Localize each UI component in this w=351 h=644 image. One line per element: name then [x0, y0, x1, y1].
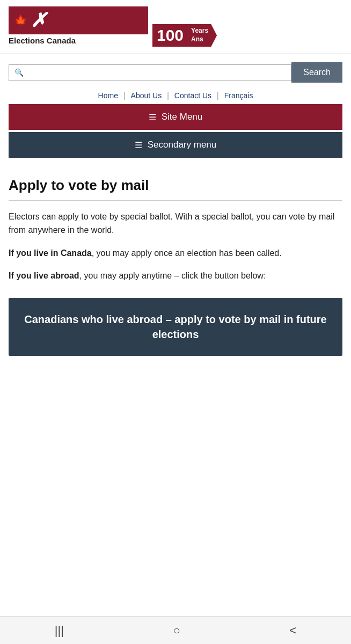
search-button[interactable]: Search — [291, 62, 342, 83]
cta-abroad-button[interactable]: Canadians who live abroad – apply to vot… — [9, 298, 342, 356]
header: 🍁 ✗ Elections Canada 100 Years Ans — [0, 0, 351, 54]
canada-rest: , you may apply once an election has bee… — [92, 248, 282, 258]
ans-text: Ans — [191, 35, 208, 44]
bottom-home-button[interactable]: ○ — [163, 619, 191, 642]
intro-text: Electors can apply to vote by special ba… — [9, 212, 334, 235]
years-ans-banner: Years Ans — [188, 24, 217, 47]
divider — [9, 200, 342, 201]
logo-banner: 🍁 ✗ — [9, 6, 148, 34]
x-icon: ✗ — [31, 11, 47, 30]
elections-canada-text: Elections Canada — [9, 34, 148, 47]
search-area: 🔍 Search — [0, 54, 351, 87]
nav-contact[interactable]: Contact Us — [169, 91, 217, 100]
search-icon: 🔍 — [14, 68, 24, 77]
bottom-back-button[interactable]: < — [279, 619, 307, 642]
nav-links: Home | About Us | Contact Us | Français — [0, 87, 351, 104]
years-text: Years — [191, 27, 208, 35]
canada-paragraph: If you live in Canada, you may apply onc… — [9, 247, 342, 260]
nav-francais[interactable]: Français — [219, 91, 259, 100]
search-input[interactable] — [27, 68, 286, 77]
canada-bold: If you live in Canada — [9, 248, 92, 258]
hundred-years-logo: 100 Years Ans — [152, 24, 217, 47]
maple-leaf-icon: 🍁 — [14, 14, 27, 27]
secondary-menu-button[interactable]: ☰ Secondary menu — [9, 132, 342, 158]
site-menu-button[interactable]: ☰ Site Menu — [9, 104, 342, 130]
main-content: Apply to vote by mail Electors can apply… — [0, 166, 351, 367]
intro-paragraph: Electors can apply to vote by special ba… — [9, 210, 342, 237]
site-menu-icon: ☰ — [149, 112, 156, 122]
search-input-wrapper[interactable]: 🔍 — [9, 64, 291, 81]
secondary-menu-label: Secondary menu — [148, 140, 217, 150]
abroad-bold: If you live abroad — [9, 271, 79, 280]
elections-canada-logo: 🍁 ✗ Elections Canada — [9, 6, 148, 47]
secondary-menu-icon: ☰ — [135, 140, 142, 150]
page-title: Apply to vote by mail — [9, 177, 342, 194]
abroad-rest: , you may apply anytime – click the butt… — [79, 271, 266, 280]
bottom-spacer — [0, 367, 351, 404]
site-menu-label: Site Menu — [162, 112, 203, 122]
bottom-nav-bar: ||| ○ < — [0, 616, 351, 644]
hundred-number: 100 — [152, 24, 188, 47]
bottom-menu-button[interactable]: ||| — [44, 619, 75, 642]
abroad-paragraph: If you live abroad, you may apply anytim… — [9, 269, 342, 283]
nav-about[interactable]: About Us — [126, 91, 167, 100]
logo: 🍁 ✗ Elections Canada 100 Years Ans — [9, 6, 217, 47]
nav-home[interactable]: Home — [93, 91, 123, 100]
